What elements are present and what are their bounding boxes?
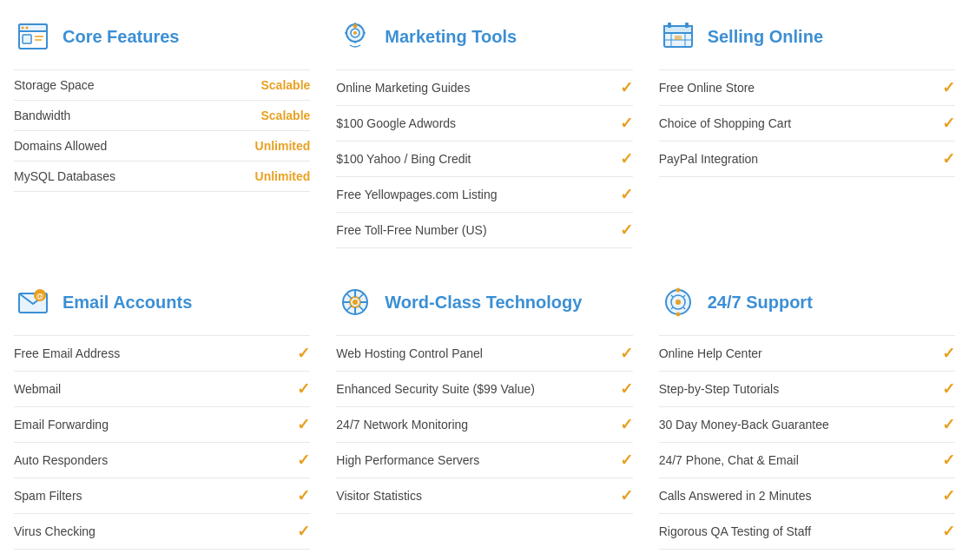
section-core-features: Core FeaturesStorage SpaceScalableBandwi… [14,17,310,248]
list-item: 30 Day Money-Back Guarantee✓ [659,407,955,443]
list-item: Free Online Store✓ [659,69,955,106]
svg-text:@: @ [36,292,44,300]
feature-label: Storage Space [14,78,95,92]
check-icon: ✓ [942,149,955,168]
selling-icon [659,17,697,56]
feature-label: Email Forwarding [14,418,109,432]
check-icon: ✓ [942,78,955,97]
svg-point-5 [22,27,24,30]
list-item: Storage SpaceScalable [14,69,310,101]
list-item: MySQL DatabasesUnlimited [14,161,310,192]
feature-label: Rigorous QA Testing of Staff [659,524,811,538]
check-icon: ✓ [942,486,955,505]
section-header-word-class-technology: Word-Class Technology [336,283,632,326]
list-item: 24/7 Network Monitoring✓ [336,407,632,443]
feature-label: Choice of Shopping Cart [659,116,792,130]
check-icon: ✓ [942,114,955,133]
tech-icon [336,283,374,321]
feature-label: 30 Day Money-Back Guarantee [659,418,829,432]
check-icon: ✓ [297,486,310,505]
section-title-support: 24/7 Support [708,293,813,313]
list-item: Webmail✓ [14,372,310,407]
list-item: High Performance Servers✓ [336,443,632,478]
list-item: BandwidthScalable [14,101,310,131]
list-item: Enhanced Security Suite ($99 Value)✓ [336,372,632,407]
feature-label: MySQL Databases [14,169,115,183]
check-icon: ✓ [297,415,310,434]
section-header-marketing-tools: Marketing Tools [336,17,632,61]
list-item: Web Hosting Control Panel✓ [336,335,632,372]
feature-badge: Scalable [261,78,311,92]
feature-label: PayPal Integration [659,152,758,166]
feature-label: $100 Google Adwords [336,116,456,130]
check-icon: ✓ [942,344,955,363]
check-icon: ✓ [620,78,633,97]
list-item: Virus Checking✓ [14,514,310,550]
check-icon: ✓ [942,451,955,470]
feature-badge: Unlimited [255,169,311,183]
svg-point-14 [353,24,357,28]
feature-label: Step-by-Step Tutorials [659,382,780,396]
list-item: Calls Answered in 2 Minutes✓ [659,478,955,514]
list-item: Choice of Shopping Cart✓ [659,106,955,142]
list-item: Free Email Address✓ [14,335,310,372]
feature-label: Webmail [14,382,61,396]
core-icon [14,17,52,56]
section-header-email-accounts: @ Email Accounts [14,283,310,326]
check-icon: ✓ [942,379,955,399]
list-item: Auto Responders✓ [14,443,310,478]
feature-label: 24/7 Phone, Chat & Email [659,453,799,467]
list-item: Online Help Center✓ [659,335,955,372]
feature-label: Bandwidth [14,109,70,122]
feature-label: Spam Filters [14,489,82,503]
svg-point-9 [353,31,357,35]
feature-list-word-class-technology: Web Hosting Control Panel✓Enhanced Secur… [336,335,632,514]
list-item: $100 Google Adwords✓ [336,106,632,142]
feature-label: $100 Yahoo / Bing Credit [336,152,471,166]
check-icon: ✓ [942,522,955,541]
feature-label: Free Email Address [14,346,120,360]
svg-point-42 [676,313,680,316]
list-item: $100 Yahoo / Bing Credit✓ [336,142,632,177]
feature-label: Online Marketing Guides [336,81,470,95]
feature-label: Enhanced Security Suite ($99 Value) [336,382,535,396]
feature-label: Virus Checking [14,524,96,538]
feature-list-marketing-tools: Online Marketing Guides✓$100 Google Adwo… [336,69,632,248]
section-header-support: 24/7 Support [659,283,955,326]
section-header-selling-online: Selling Online [659,17,955,61]
feature-label: Web Hosting Control Panel [336,346,483,360]
feature-label: Visitor Statistics [336,489,422,503]
section-title-email-accounts: Email Accounts [63,293,192,313]
section-word-class-technology: Word-Class TechnologyWeb Hosting Control… [336,283,632,550]
feature-list-email-accounts: Free Email Address✓Webmail✓Email Forward… [14,335,310,550]
section-support: 24/7 SupportOnline Help Center✓Step-by-S… [659,283,955,550]
list-item: Rigorous QA Testing of Staff✓ [659,514,955,550]
list-item: Email Forwarding✓ [14,407,310,443]
svg-point-41 [676,288,680,292]
list-item: Domains AllowedUnlimited [14,131,310,161]
list-item: Spam Filters✓ [14,478,310,514]
feature-list-selling-online: Free Online Store✓Choice of Shopping Car… [659,69,955,177]
list-item: Visitor Statistics✓ [336,478,632,514]
list-item: Online Marketing Guides✓ [336,69,632,106]
feature-label: Free Yellowpages.com Listing [336,188,497,201]
feature-badge: Scalable [261,109,311,122]
feature-list-support: Online Help Center✓Step-by-Step Tutorial… [659,335,955,550]
check-icon: ✓ [297,522,310,541]
check-icon: ✓ [620,415,633,434]
check-icon: ✓ [942,415,955,434]
feature-label: Calls Answered in 2 Minutes [659,489,812,503]
check-icon: ✓ [620,344,633,363]
list-item: Free Yellowpages.com Listing✓ [336,177,632,213]
svg-rect-2 [23,35,31,43]
features-grid: Core FeaturesStorage SpaceScalableBandwi… [14,17,955,550]
section-title-selling-online: Selling Online [708,27,823,47]
section-header-core-features: Core Features [14,17,310,61]
feature-list-core-features: Storage SpaceScalableBandwidthScalableDo… [14,69,310,192]
check-icon: ✓ [297,379,310,399]
feature-label: High Performance Servers [336,453,479,467]
section-title-core-features: Core Features [63,27,180,47]
list-item: PayPal Integration✓ [659,142,955,177]
section-marketing-tools: Marketing ToolsOnline Marketing Guides✓$… [336,17,632,248]
section-email-accounts: @ Email AccountsFree Email Address✓Webma… [14,283,310,550]
